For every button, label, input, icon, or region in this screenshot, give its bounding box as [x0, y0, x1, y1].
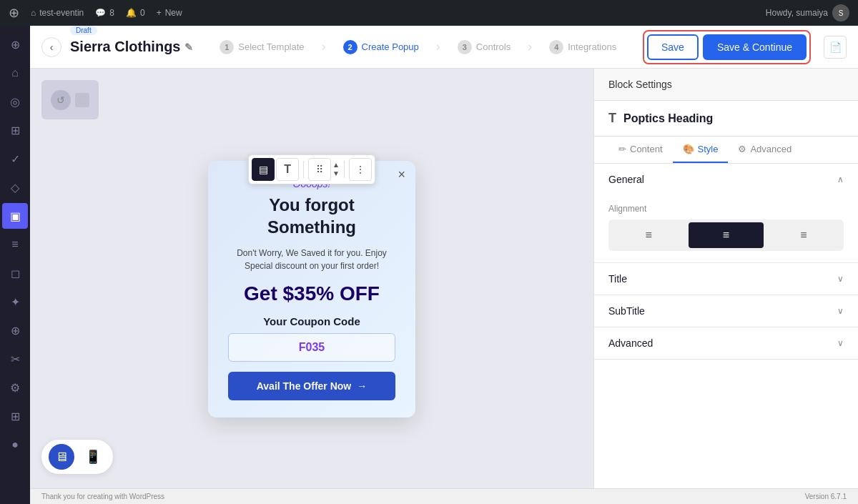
sidebar-item-grid[interactable]: ⊞	[2, 117, 28, 143]
sidebar-item-popups[interactable]: ▣	[2, 203, 28, 229]
step-num-4: 4	[549, 40, 563, 54]
align-left-button[interactable]: ≡	[611, 222, 686, 248]
panel-tabs: ✏ Content 🎨 Style ⚙ Advanced	[594, 137, 858, 164]
accordion-subtitle-header[interactable]: SubTitle ∨	[594, 295, 858, 327]
device-switcher: 🖥 📱	[41, 440, 113, 474]
chevron-down-icon-3: ∨	[837, 338, 844, 348]
sidebar-item-home[interactable]: ⌂	[2, 60, 28, 86]
toolbar-block-button[interactable]: ▤	[252, 158, 275, 181]
arrow-up-icon[interactable]: ▲	[332, 161, 340, 169]
wp-footer: Thank you for creating with WordPress Ve…	[30, 488, 858, 504]
sidebar-item-tools[interactable]: ⚙	[2, 375, 28, 400]
step-select-template[interactable]: 1 Select Template	[220, 40, 304, 54]
admin-bar: ⊕ ⌂ test-eventin 💬 8 🔔 0 + New Howdy, su…	[0, 0, 858, 26]
campaign-info: Draft Sierra Clothings ✎	[70, 39, 193, 55]
back-arrow-icon: ‹	[50, 41, 54, 53]
footer-left-text: Thank you for creating with WordPress	[41, 493, 164, 500]
main-content: ‹ Draft Sierra Clothings ✎ 1 Select Temp…	[30, 26, 858, 504]
thumbnail-circle: ↺	[51, 90, 71, 110]
plus-icon: +	[157, 8, 162, 18]
editor-and-settings: ↺ ▤ T ⠿ ▲ ▼ ⋮ ×	[30, 69, 858, 488]
mobile-view-button[interactable]: 📱	[80, 444, 106, 470]
accordion-title: Title ∨	[594, 263, 858, 295]
step-label-1: Select Template	[238, 41, 304, 52]
home-icon: ⌂	[31, 8, 36, 18]
alignment-options: ≡ ≡ ≡	[608, 219, 844, 251]
edit-campaign-icon[interactable]: ✎	[184, 41, 193, 53]
sidebar-item-pin[interactable]: ⊕	[2, 317, 28, 343]
popup-heading: You forgot Something	[228, 194, 395, 238]
accordion-subtitle: SubTitle ∨	[594, 295, 858, 327]
arrow-down-icon[interactable]: ▼	[332, 169, 340, 178]
sidebar-item-chat[interactable]: ◻	[2, 260, 28, 286]
tab-content[interactable]: ✏ Content	[608, 137, 673, 163]
site-name-link[interactable]: ⌂ test-eventin	[31, 8, 84, 18]
steps-separator-1: ›	[322, 39, 326, 54]
thumbnail-rect	[75, 93, 89, 107]
align-right-button[interactable]: ≡	[766, 222, 841, 248]
notifications-icon: 🔔	[126, 8, 137, 18]
accordion-advanced: Advanced ∨	[594, 327, 858, 360]
page-icon: 📄	[829, 41, 842, 53]
popup-card: × Oooops! You forgot Something Don't Wor…	[208, 161, 415, 417]
align-center-button[interactable]: ≡	[689, 222, 763, 248]
block-type-icon: T	[608, 111, 616, 126]
avatar: S	[832, 4, 849, 21]
step-num-2: 2	[343, 40, 358, 54]
sidebar-item-apps[interactable]: ⊞	[2, 403, 28, 429]
sidebar-item-cut[interactable]: ✂	[2, 346, 28, 372]
tab-style[interactable]: 🎨 Style	[673, 137, 729, 163]
panel-body: General ∧ Alignment ≡ ≡	[594, 164, 858, 488]
accordion-title-header[interactable]: Title ∨	[594, 263, 858, 295]
accordion-general-header[interactable]: General ∧	[594, 164, 858, 195]
align-right-icon: ≡	[800, 229, 807, 242]
accordion-general-content: Alignment ≡ ≡ ≡	[594, 195, 858, 262]
tab-advanced[interactable]: ⚙ Advanced	[728, 137, 802, 163]
back-button[interactable]: ‹	[41, 37, 61, 57]
user-menu[interactable]: Howdy, sumaiya S	[766, 4, 849, 21]
desktop-view-button[interactable]: 🖥	[49, 444, 74, 470]
save-button[interactable]: Save	[647, 34, 699, 60]
new-content-link[interactable]: + New	[157, 8, 182, 18]
pencil-icon: ✏	[618, 144, 626, 154]
step-num-3: 3	[458, 40, 472, 54]
steps-nav: 1 Select Template › 2 Create Popup › 3 C…	[220, 39, 616, 54]
footer-right-text: Version 6.7.1	[805, 493, 847, 500]
wp-logo-icon[interactable]: ⊕	[9, 5, 19, 21]
popup-discount-text: Get $35% OFF	[228, 282, 395, 305]
popup-cta-button[interactable]: Avail The Offer Now →	[228, 372, 395, 400]
toolbar-text-button[interactable]: T	[276, 158, 299, 181]
step-integrations[interactable]: 4 Integrations	[549, 40, 616, 54]
panel-block-info: T Poptics Heading	[594, 101, 858, 137]
toolbar-separator-2	[344, 161, 345, 178]
save-actions-wrapper: Save Save & Continue	[643, 30, 811, 64]
campaign-name: Sierra Clothings ✎	[70, 39, 193, 55]
popup-close-button[interactable]: ×	[398, 168, 405, 181]
save-continue-button[interactable]: Save & Continue	[703, 34, 807, 60]
page-settings-button[interactable]: 📄	[824, 36, 847, 59]
sidebar-item-wordpress[interactable]: ⊕	[2, 31, 28, 57]
align-center-icon: ≡	[723, 229, 729, 242]
sidebar-item-tag[interactable]: ◇	[2, 174, 28, 200]
accordion-advanced-header[interactable]: Advanced ∨	[594, 327, 858, 359]
sidebar-item-layers[interactable]: ≡	[2, 232, 28, 257]
sidebar-item-compass[interactable]: ◎	[2, 89, 28, 114]
block-title-text: Poptics Heading	[623, 112, 713, 125]
chevron-down-icon-2: ∨	[837, 306, 844, 316]
toolbar-more-button[interactable]: ⋮	[349, 158, 372, 181]
sidebar-item-check[interactable]: ✓	[2, 146, 28, 172]
comments-icon: 💬	[95, 8, 106, 18]
steps-separator-2: ›	[436, 39, 440, 54]
gear-icon: ⚙	[738, 144, 746, 154]
step-create-popup[interactable]: 2 Create Popup	[343, 40, 419, 54]
comments-link[interactable]: 💬 8	[95, 8, 114, 18]
toolbar-drag-button[interactable]: ⠿	[308, 158, 331, 181]
step-controls[interactable]: 3 Controls	[458, 40, 511, 54]
notifications-link[interactable]: 🔔 0	[126, 8, 145, 18]
sidebar-item-wand[interactable]: ✦	[2, 289, 28, 315]
sidebar-item-circle[interactable]: ●	[2, 432, 28, 458]
canvas-area[interactable]: ↺ ▤ T ⠿ ▲ ▼ ⋮ ×	[30, 69, 593, 488]
chevron-up-icon: ∧	[837, 174, 844, 184]
popup-subtext: Don't Worry, We Saved it for you. Enjoy …	[228, 247, 395, 272]
toolbar-arrows[interactable]: ▲ ▼	[332, 161, 340, 178]
